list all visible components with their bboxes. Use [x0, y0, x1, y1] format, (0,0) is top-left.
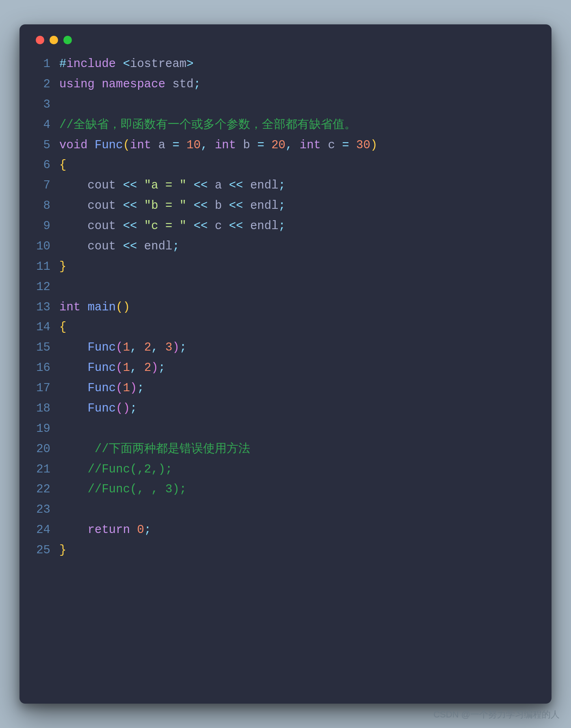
code-content: cout << endl; — [59, 236, 538, 257]
token-n: 0 — [137, 523, 144, 537]
token-br2: ) — [151, 361, 158, 375]
token-id: cout — [59, 240, 123, 253]
token-c: //全缺省，即函数有一个或多个参数，全部都有缺省值。 — [59, 118, 356, 132]
token-br: { — [59, 321, 66, 334]
code-line: 11} — [33, 257, 538, 277]
token-id — [186, 199, 193, 212]
token-id — [116, 57, 123, 71]
code-content: Func(1, 2, 3); — [59, 338, 538, 358]
code-line: 1#include <iostream> — [33, 54, 538, 74]
code-content — [59, 419, 538, 439]
token-id: std — [165, 78, 194, 91]
code-editor: 1#include <iostream>2using namespace std… — [33, 54, 538, 561]
code-content: Func(1, 2); — [59, 358, 538, 378]
token-s: "a = " — [144, 179, 186, 192]
code-content: Func(); — [59, 399, 538, 419]
token-fn: Func — [88, 402, 116, 415]
token-id: cout — [59, 179, 123, 192]
token-br2: ) — [173, 341, 180, 354]
line-number: 8 — [33, 196, 59, 216]
token-n: 20 — [271, 139, 286, 152]
token-id — [59, 523, 88, 537]
token-id — [137, 341, 144, 354]
token-n: 30 — [356, 139, 370, 152]
token-op: ; — [137, 381, 144, 395]
token-op: , — [130, 361, 137, 375]
token-op: , — [286, 139, 292, 152]
window-titlebar — [33, 36, 538, 54]
token-op: << — [229, 199, 243, 212]
line-number: 25 — [33, 540, 59, 561]
token-fn: Func — [88, 381, 116, 395]
token-op: , — [201, 139, 208, 152]
token-id: cout — [59, 219, 123, 233]
maximize-icon[interactable] — [63, 36, 72, 44]
token-c: //Func(,2,); — [88, 463, 173, 476]
code-line: 23 — [33, 500, 538, 520]
token-s: "c = " — [144, 219, 186, 233]
token-id — [137, 199, 144, 212]
code-line: 24 return 0; — [33, 520, 538, 540]
token-op: = — [257, 139, 264, 152]
code-content — [59, 277, 538, 297]
line-number: 7 — [33, 176, 59, 196]
token-c: //Func(, , 3); — [88, 483, 187, 496]
code-content: } — [59, 540, 538, 561]
token-op: < — [123, 57, 130, 71]
token-op: ; — [172, 240, 179, 253]
code-line: 13int main() — [33, 297, 538, 318]
token-t: int — [130, 139, 151, 152]
token-id — [264, 139, 271, 152]
code-content — [59, 95, 538, 115]
token-op: = — [173, 139, 180, 152]
token-br2: ) — [130, 381, 137, 395]
token-op: ; — [279, 179, 286, 192]
code-content: Func(1); — [59, 378, 538, 399]
token-op: ; — [158, 361, 165, 375]
close-icon[interactable] — [36, 36, 44, 44]
code-content: return 0; — [59, 520, 538, 540]
code-content: { — [59, 155, 538, 176]
token-id: endl — [243, 199, 279, 212]
line-number: 21 — [33, 459, 59, 480]
line-number: 3 — [33, 95, 59, 115]
token-op: << — [229, 179, 243, 192]
token-br: () — [116, 301, 130, 314]
code-content: //Func(, , 3); — [59, 479, 538, 500]
token-id — [137, 179, 144, 192]
code-content: } — [59, 257, 538, 277]
code-line: 14{ — [33, 317, 538, 338]
minimize-icon[interactable] — [50, 36, 58, 44]
token-br: ) — [370, 139, 377, 152]
line-number: 14 — [33, 317, 59, 338]
line-number: 24 — [33, 520, 59, 540]
watermark-text: CSDN @一个努力学习编程的人 — [433, 708, 560, 721]
code-line: 4//全缺省，即函数有一个或多个参数，全部都有缺省值。 — [33, 115, 538, 135]
token-op: << — [123, 179, 137, 192]
line-number: 22 — [33, 479, 59, 500]
token-op: , — [151, 341, 158, 354]
token-id — [158, 341, 165, 354]
token-br: ( — [123, 139, 130, 152]
token-id: b — [208, 199, 229, 212]
code-content: cout << "a = " << a << endl; — [59, 176, 538, 196]
token-k: namespace — [102, 78, 165, 91]
token-n: 3 — [165, 341, 172, 354]
token-k: return — [88, 523, 130, 537]
token-id — [59, 381, 88, 395]
token-id: c — [208, 219, 229, 233]
token-id — [292, 139, 299, 152]
line-number: 15 — [33, 338, 59, 358]
token-id — [59, 402, 88, 415]
token-op: << — [229, 219, 243, 233]
token-id: a — [208, 179, 229, 192]
token-op: ; — [180, 341, 186, 354]
token-op: << — [194, 219, 208, 233]
code-content: void Func(int a = 10, int b = 20, int c … — [59, 135, 538, 156]
code-content: int main() — [59, 297, 538, 318]
code-line: 5void Func(int a = 10, int b = 20, int c… — [33, 135, 538, 156]
code-content: //全缺省，即函数有一个或多个参数，全部都有缺省值。 — [59, 115, 538, 135]
token-id: b — [236, 139, 257, 152]
token-k: using — [59, 78, 95, 91]
code-content: cout << "c = " << c << endl; — [59, 216, 538, 236]
